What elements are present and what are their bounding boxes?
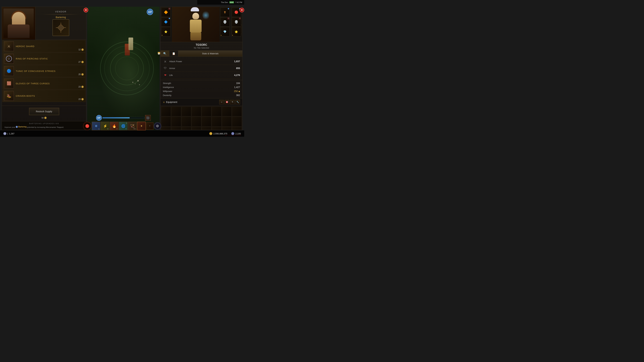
equip-slot-head[interactable]: 🔶 ⬛ <box>161 7 170 17</box>
attack-power-value: 1,837 <box>234 60 240 63</box>
item-icon-1: ⚔ <box>4 41 14 51</box>
grid-slot[interactable] <box>182 117 191 126</box>
character-panel: 🔶 ⬛ 🔷 ⭐ ★ 🗡 <box>160 7 242 130</box>
equipment-label: ⚔ Equipment <box>163 101 219 103</box>
equip-slot-chest[interactable]: 🔷 <box>161 17 170 27</box>
item-cost-5: 23 <box>78 98 84 100</box>
restock-cost-icon <box>44 117 46 119</box>
close-vendor-button[interactable]: ✕ <box>84 8 88 12</box>
attr-row-strength: Strength 184 <box>163 81 240 85</box>
equipment-grid <box>160 106 242 130</box>
bottom-bar: | 1,287 2,556,888,375 2,100 <box>0 130 244 137</box>
close-char-button[interactable]: ✕ <box>240 8 244 12</box>
inventory-slot-hud[interactable]: ⬛ <box>145 115 151 121</box>
grid-slot[interactable] <box>171 117 181 126</box>
char-portrait <box>172 7 220 42</box>
grid-slot[interactable] <box>222 127 232 130</box>
char-tabs: 🔍 📋 Stats & Materials ◆ <box>160 51 242 57</box>
tab-search[interactable]: 🔍 <box>160 51 170 56</box>
dexterity-label: Dexterity <box>163 94 236 96</box>
scene-player <box>128 37 133 50</box>
items-list: ⚔ HEROIC SHARD 12 ○ RING OF PIERCING STA… <box>2 39 86 106</box>
grid-slot[interactable] <box>182 127 191 130</box>
grid-slot[interactable] <box>171 127 181 130</box>
equip-slot-legs[interactable]: ⭐ ★ <box>161 27 170 36</box>
filter-consumables-button[interactable]: ⚗ <box>230 100 234 104</box>
equip-slot-gloves[interactable]: 💀 ⬛ <box>232 17 241 27</box>
vendor-type: Bartering <box>56 16 66 18</box>
grid-slot[interactable] <box>202 107 211 116</box>
grid-slot[interactable] <box>212 117 221 126</box>
skill-bar: 🔴 ❄ Q ⚡ W 🔥 E 🌀 R 3 🏹 M4 ✦ T ⚙ <box>83 122 161 130</box>
grid-slot[interactable] <box>212 107 221 116</box>
tab-book[interactable]: 📋 <box>170 51 178 56</box>
grid-slot[interactable] <box>161 107 171 116</box>
filter-ranged-button[interactable]: 🎯 <box>224 100 229 104</box>
grid-slot[interactable] <box>161 117 171 126</box>
grid-slot[interactable] <box>202 127 211 130</box>
grid-slot[interactable] <box>232 127 242 130</box>
tab-diamond-icon: ◆ <box>158 52 160 54</box>
item-icon-5: 🥾 <box>4 91 14 101</box>
list-item[interactable]: 🥾 CRAVEN BOOTS 23 <box>2 90 86 102</box>
grid-slot[interactable] <box>182 107 191 116</box>
life-value: 4,276 <box>234 74 240 76</box>
skill-slot-g[interactable]: ⚙ <box>154 122 161 130</box>
skill-slot-m4[interactable]: 🏹 M4 <box>128 122 137 130</box>
attr-row-dexterity: Dexterity 382 <box>163 93 240 97</box>
skill-slot-special[interactable]: ✦ <box>137 122 146 130</box>
grid-slot[interactable] <box>222 107 232 116</box>
life-label: Life <box>169 74 234 76</box>
vendor-label: VENDOR <box>55 10 66 13</box>
filter-all-button[interactable]: 🔧 <box>235 100 240 104</box>
attack-power-label: Attack Power <box>169 60 234 63</box>
equipment-header: ⚔ Equipment ⚔ 🎯 ⚗ 🔧 <box>160 98 242 106</box>
item-cost-3: 25 <box>78 73 84 76</box>
grid-slot[interactable] <box>212 127 221 130</box>
armor-icon: 🛡 <box>163 66 168 70</box>
grid-slot[interactable] <box>171 107 181 116</box>
skill-slot-e[interactable]: 🔥 E <box>110 122 118 130</box>
char-username: TGSORC <box>163 43 240 46</box>
list-item[interactable]: ○ RING OF PIERCING STATIC 27 <box>2 53 86 65</box>
skill-slot-w[interactable]: ⚡ W <box>101 122 110 130</box>
grid-slot[interactable] <box>161 127 171 130</box>
vendor-panel: VENDOR Bartering ⚔ HEROIC SHARD 12 <box>2 7 86 130</box>
grid-slot[interactable] <box>192 107 201 116</box>
equip-slot-weapon[interactable]: 🗡 <box>220 7 230 17</box>
skill-slot-r[interactable]: 🌀 R 3 <box>119 122 128 130</box>
skill-slot-q[interactable]: ❄ Q <box>92 122 100 130</box>
strength-label: Strength <box>163 82 236 84</box>
item-cost-2: 27 <box>78 61 84 63</box>
gold-coin-icon <box>209 132 212 135</box>
list-item[interactable]: ⚔ HEROIC SHARD 12 <box>2 40 86 52</box>
stats-materials-button[interactable]: Stats & Materials <box>178 51 242 56</box>
char-figure <box>186 8 206 40</box>
silver-amount: 1,287 <box>9 132 14 135</box>
grid-slot[interactable] <box>232 117 242 126</box>
restock-button[interactable]: Restock Supply <box>29 108 59 115</box>
slot-badge: ⬛ <box>228 17 229 19</box>
grid-slot[interactable] <box>202 117 211 126</box>
xp-bar-fill <box>103 117 130 118</box>
restock-cost: 50 <box>42 116 46 119</box>
upgrades-section: BARTERING UPGRADES 8/8 Improve your Bart… <box>2 121 86 130</box>
gold-icon <box>81 48 84 51</box>
skill-slot-t[interactable]: T <box>146 122 154 130</box>
equip-slot-offhand[interactable]: 💀 ⬛ <box>220 17 230 27</box>
grid-slot[interactable] <box>192 117 201 126</box>
equip-slot-boots[interactable]: 🌟 ★ <box>232 27 241 36</box>
intelligence-label: Intelligence <box>163 86 234 88</box>
item-name-4: GLOVES OF THREE CURSES <box>16 82 84 85</box>
grid-slot[interactable] <box>222 117 232 126</box>
item-name-5: CRAVEN BOOTS <box>16 95 84 97</box>
currency-right: 2,556,888,375 2,100 <box>209 132 241 135</box>
list-item[interactable]: 🟫 GLOVES OF THREE CURSES 23 <box>2 77 86 89</box>
health-flask[interactable]: 🔴 <box>83 122 92 130</box>
grid-slot[interactable] <box>232 107 242 116</box>
equip-slot-ring[interactable]: 💎 ★ <box>220 27 230 36</box>
grid-slot[interactable] <box>192 127 201 130</box>
list-item[interactable]: 🔵 TUNIC OF CONCUSSIVE STRIKES 25 <box>2 65 86 77</box>
char-name-section: TGSORC No Title Selected <box>160 42 242 51</box>
filter-weapons-button[interactable]: ⚔ <box>219 100 224 104</box>
